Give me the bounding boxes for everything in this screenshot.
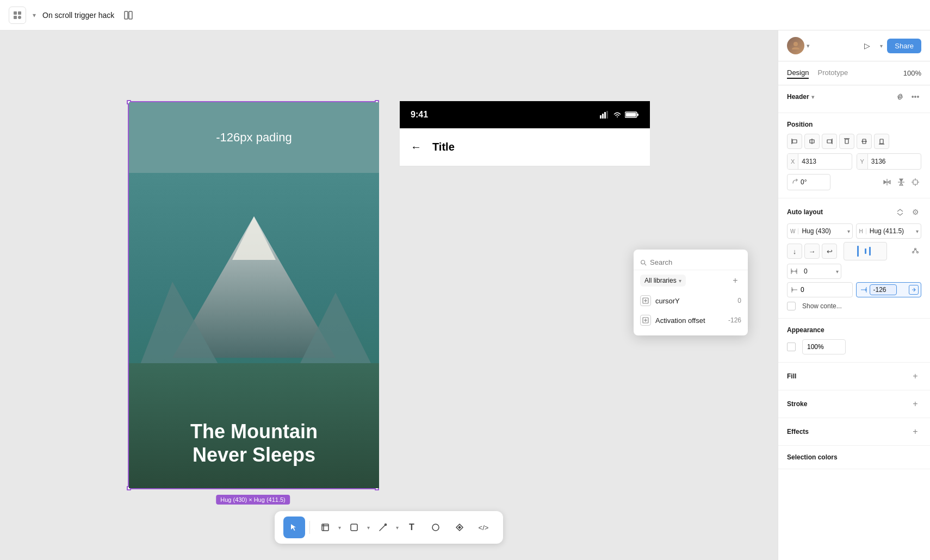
align-left-btn[interactable] (787, 134, 802, 149)
tab-design[interactable]: Design (787, 67, 809, 79)
wh-row: W Hug (430) ▾ H Hug (411.5) ▾ (787, 223, 921, 239)
align-center-btn[interactable] (804, 134, 820, 149)
opacity-value: 100% (807, 343, 824, 351)
show-content-checkbox[interactable] (787, 302, 796, 310)
variable-item-0[interactable]: cursorY 0 (634, 291, 748, 310)
frame-chevron[interactable]: ▾ (338, 525, 341, 531)
effects-section: Effects + (778, 418, 930, 446)
phone-back-btn[interactable]: ← (411, 141, 421, 153)
gap-chevron[interactable]: ▾ (834, 269, 841, 275)
svg-rect-19 (322, 524, 328, 531)
card-image-container[interactable]: -126px pading (128, 101, 378, 489)
pad-right-field[interactable] (856, 282, 922, 297)
frame-tool-btn[interactable] (314, 517, 336, 538)
rotation-value: 0° (801, 178, 807, 186)
play-btn[interactable]: ▷ (858, 37, 876, 54)
w-label: W (788, 228, 798, 234)
pen-tool-btn[interactable] (372, 517, 394, 538)
align-right-btn[interactable] (822, 134, 837, 149)
dropdown-search-input[interactable] (650, 258, 741, 266)
h-value: Hug (411.5) (866, 227, 914, 235)
link-icon[interactable] (894, 91, 906, 103)
more-icon[interactable]: ••• (909, 91, 921, 103)
variable-name-0: cursorY (655, 297, 680, 305)
ellipse-tool-btn[interactable] (425, 517, 447, 538)
effects-title: Effects (787, 428, 809, 435)
align-middle-btn[interactable] (857, 134, 872, 149)
flip-v-icon[interactable] (895, 176, 907, 188)
advanced-icon[interactable] (909, 245, 921, 257)
svg-point-56 (641, 260, 645, 264)
align-bottom-btn[interactable] (874, 134, 889, 149)
phone-header: ← Title (400, 128, 650, 166)
blending-icon[interactable] (787, 343, 796, 351)
user-avatar[interactable] (787, 37, 804, 54)
view-toggle-btn[interactable] (121, 8, 136, 23)
y-value: 3136 (868, 158, 921, 165)
svg-rect-22 (351, 524, 357, 531)
right-panel: ▾ ▷ ▾ Share Design Prototype 100% Header (778, 30, 930, 560)
panel-tab-group: Design Prototype (787, 67, 848, 79)
effects-row: Effects + (787, 426, 921, 438)
settings-icon[interactable]: ⚙ (909, 206, 921, 218)
chevron-icon[interactable]: ▾ (33, 11, 36, 19)
opacity-field[interactable]: 100% (802, 339, 846, 354)
svg-rect-18 (626, 113, 636, 117)
coord-row: X 4313 Y 3136 (787, 153, 921, 170)
expand-icon[interactable] (894, 206, 906, 218)
fill-title: Fill (787, 372, 796, 380)
shape-chevron[interactable]: ▾ (367, 525, 370, 531)
add-effects-btn[interactable]: + (909, 426, 921, 438)
h-field[interactable]: H Hug (411.5) ▾ (856, 223, 922, 239)
shape-tool-btn[interactable] (343, 517, 365, 538)
autolayout-title: Auto layout (787, 208, 823, 216)
logo-btn[interactable] (9, 7, 26, 24)
autolayout-section: Auto layout ⚙ W (778, 198, 930, 319)
show-content-row: Show conte... (787, 302, 921, 310)
card-size-label: Hug (430) × Hug (411.5) (216, 495, 290, 505)
avatar-chevron[interactable]: ▾ (807, 42, 810, 49)
phone-status-bar: 9:41 (400, 101, 650, 128)
share-button[interactable]: Share (887, 39, 921, 53)
library-select[interactable]: All libraries ▾ (640, 275, 686, 287)
y-field[interactable]: Y 3136 (857, 153, 922, 170)
fill-section: Fill + (778, 363, 930, 390)
variable-icon-1 (640, 315, 651, 326)
select-tool-btn[interactable] (283, 517, 305, 538)
svg-point-25 (793, 42, 798, 46)
selection-colors-title: Selection colors (787, 453, 838, 461)
gap-field[interactable]: 0 ▾ (787, 264, 841, 279)
add-stroke-btn[interactable]: + (909, 398, 921, 410)
play-chevron[interactable]: ▾ (880, 43, 883, 49)
h-chevron[interactable]: ▾ (914, 228, 921, 234)
align-row-1 (787, 134, 921, 149)
tab-prototype[interactable]: Prototype (817, 67, 848, 79)
pad-right-input[interactable] (870, 284, 897, 295)
constrain-icon[interactable] (909, 176, 921, 188)
w-value: Hug (430) (798, 227, 845, 235)
code-tool-btn[interactable]: </> (473, 517, 494, 538)
zoom-level[interactable]: 100% (903, 69, 921, 77)
header-chevron-icon[interactable]: ▾ (811, 94, 814, 100)
x-field[interactable]: X 4313 (787, 153, 852, 170)
w-field[interactable]: W Hug (430) ▾ (787, 223, 853, 239)
dir-wrap-btn[interactable]: ↩ (822, 244, 837, 259)
rotation-field[interactable]: 0° (787, 174, 830, 190)
position-section: Position (778, 113, 930, 198)
flip-h-icon[interactable] (881, 176, 893, 188)
card-header-text: -126px pading (216, 130, 292, 145)
dir-right-btn[interactable]: → (804, 244, 820, 259)
add-fill-btn[interactable]: + (909, 370, 921, 382)
library-chevron: ▾ (679, 278, 681, 284)
align-top-btn[interactable] (839, 134, 854, 149)
w-chevron[interactable]: ▾ (845, 228, 852, 234)
divider-1 (309, 521, 310, 534)
pad-left-field[interactable]: 0 (787, 282, 853, 297)
component-tool-btn[interactable] (449, 517, 470, 538)
dir-down-btn[interactable]: ↓ (787, 244, 802, 259)
variable-item-1[interactable]: Activation offset -126 (634, 310, 748, 330)
add-variable-btn[interactable]: + (729, 275, 741, 287)
x-value: 4313 (798, 158, 851, 165)
text-tool-btn[interactable]: T (401, 517, 423, 538)
pen-chevron[interactable]: ▾ (396, 525, 399, 531)
